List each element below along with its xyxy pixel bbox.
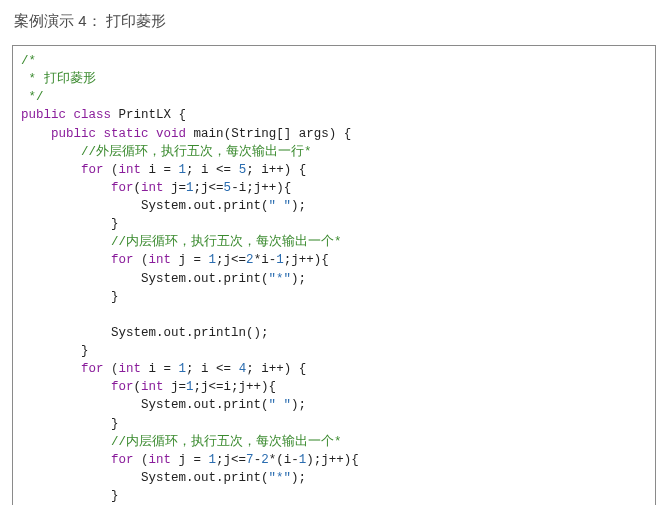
brace-close: } — [111, 489, 119, 503]
p: j= — [164, 181, 187, 195]
brace-close: } — [81, 344, 89, 358]
for-init: i = — [149, 163, 179, 177]
kw-int: int — [141, 181, 164, 195]
num: 1 — [179, 163, 187, 177]
kw-for: for — [81, 362, 104, 376]
fn-main: main — [194, 127, 224, 141]
close: ); — [291, 471, 306, 485]
num: 1 — [186, 181, 194, 195]
for-cond: ; i <= — [186, 362, 239, 376]
p: ;j<= — [216, 453, 246, 467]
for-init: i = — [149, 362, 179, 376]
kw-public: public — [21, 108, 66, 122]
p: -i;j++){ — [231, 181, 291, 195]
for-cond: ; i <= — [186, 163, 239, 177]
brace-close: } — [111, 417, 119, 431]
close: ); — [291, 199, 306, 213]
num: 5 — [239, 163, 247, 177]
comment-close: */ — [21, 90, 44, 104]
brace-close: } — [111, 290, 119, 304]
sop: System.out.print( — [141, 398, 269, 412]
p: ;j++){ — [284, 253, 329, 267]
page-title: 案例演示 4： 打印菱形 — [14, 12, 656, 31]
num: 1 — [209, 253, 217, 267]
p: j= — [164, 380, 187, 394]
num: 4 — [239, 362, 247, 376]
kw-class: class — [74, 108, 112, 122]
num: 7 — [246, 453, 254, 467]
p: j = — [171, 253, 209, 267]
kw-for: for — [111, 181, 134, 195]
kw-for: for — [111, 253, 134, 267]
kw-void: void — [156, 127, 186, 141]
for-step: ; i++) { — [246, 163, 306, 177]
num: 2 — [246, 253, 254, 267]
class-name: PrintLX — [119, 108, 172, 122]
kw-for: for — [111, 453, 134, 467]
kw-static: static — [104, 127, 149, 141]
p: ;j<= — [216, 253, 246, 267]
str-space: " " — [269, 199, 292, 213]
close: ); — [291, 398, 306, 412]
sop: System.out.print( — [141, 199, 269, 213]
close: ); — [291, 272, 306, 286]
brace-close: } — [111, 217, 119, 231]
sop: System.out.print( — [141, 272, 269, 286]
num: 2 — [261, 453, 269, 467]
p: - — [254, 453, 262, 467]
p: ( — [134, 181, 142, 195]
kw-public: public — [51, 127, 96, 141]
comment-inner-loop: //内层循环，执行五次，每次输出一个* — [111, 435, 342, 449]
comment-open: /* — [21, 54, 36, 68]
num: 1 — [209, 453, 217, 467]
p: *i- — [254, 253, 277, 267]
kw-int: int — [149, 253, 172, 267]
code-block: /* * 打印菱形 */ public class PrintLX { publ… — [12, 45, 656, 505]
str-space: " " — [269, 398, 292, 412]
sop: System.out.print( — [141, 471, 269, 485]
str-star: "*" — [269, 272, 292, 286]
for-step: ; i++) { — [246, 362, 306, 376]
sig-args: (String[] args) { — [224, 127, 352, 141]
comment-body: * 打印菱形 — [21, 72, 96, 86]
kw-for: for — [111, 380, 134, 394]
kw-for: for — [81, 163, 104, 177]
kw-int: int — [149, 453, 172, 467]
p: ( — [134, 380, 142, 394]
p: ;j<= — [194, 181, 224, 195]
num: 1 — [179, 362, 187, 376]
p: *(i- — [269, 453, 299, 467]
str-star: "*" — [269, 471, 292, 485]
num: 1 — [186, 380, 194, 394]
kw-int: int — [141, 380, 164, 394]
kw-int: int — [119, 163, 142, 177]
num: 1 — [276, 253, 284, 267]
p: j = — [171, 453, 209, 467]
p: ;j<=i;j++){ — [194, 380, 277, 394]
num: 5 — [224, 181, 232, 195]
p: );j++){ — [306, 453, 359, 467]
kw-int: int — [119, 362, 142, 376]
sopl: System.out.println(); — [111, 326, 269, 340]
comment-inner-loop: //内层循环，执行五次，每次输出一个* — [111, 235, 342, 249]
comment-outer-loop: //外层循环，执行五次，每次输出一行* — [81, 145, 312, 159]
brace: { — [171, 108, 186, 122]
